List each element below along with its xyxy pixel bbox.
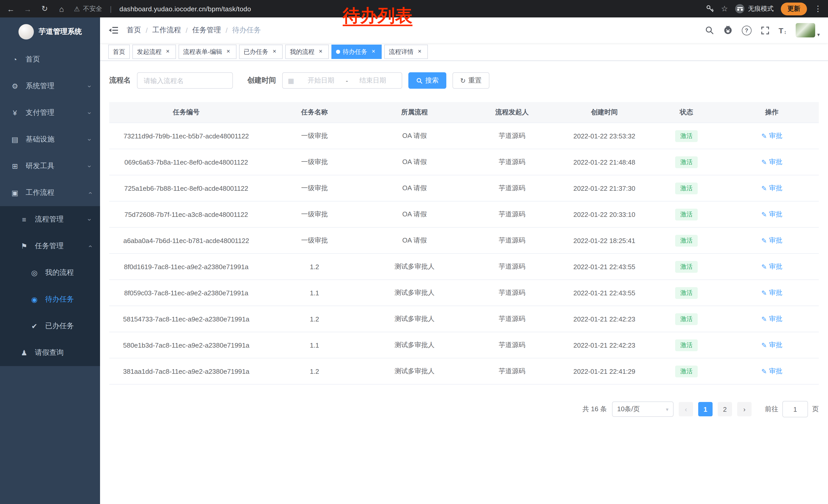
sidebar-item-task-management[interactable]: ⚑ 任务管理 ›: [0, 233, 100, 260]
sidebar-menu: ◔ 首页 ⚙ 系统管理 › ¥ 支付管理 › ▤ 基础设施 ›: [0, 46, 100, 504]
cell-initiator: 芋道源码: [463, 254, 561, 280]
security-indicator[interactable]: ⚠ 不安全: [74, 4, 102, 13]
app-logo-row[interactable]: 芋道管理系统: [0, 17, 100, 46]
close-icon[interactable]: ×: [317, 48, 324, 55]
table-row: 725a1eb6-7b88-11ec-8ef0-acde48001122 一级审…: [109, 175, 819, 201]
next-page-button[interactable]: ›: [737, 402, 752, 416]
search-icon[interactable]: [705, 26, 714, 35]
tab-home[interactable]: 首页: [108, 45, 130, 59]
tab-done-tasks[interactable]: 已办任务 ×: [239, 45, 283, 59]
tab-todo-tasks[interactable]: 待办任务 ×: [331, 45, 382, 59]
cell-initiator: 芋道源码: [463, 280, 561, 306]
reload-icon[interactable]: ↻: [40, 4, 49, 13]
bookmark-star-icon[interactable]: ☆: [721, 4, 728, 13]
sidebar-item-label: 已办任务: [45, 321, 74, 331]
tab-my-process[interactable]: 我的流程 ×: [285, 45, 329, 59]
forward-icon[interactable]: →: [23, 4, 32, 13]
sidebar-item-label: 流程管理: [35, 215, 64, 224]
incognito-label: 无痕模式: [748, 4, 774, 13]
tab-process-detail[interactable]: 流程详情 ×: [384, 45, 428, 59]
close-icon[interactable]: ×: [370, 48, 377, 55]
update-button[interactable]: 更新: [781, 2, 807, 15]
browser-chrome: ← → ↻ ⌂ ⚠ 不安全 | dashboard.yudao.iocoder.…: [0, 0, 828, 17]
cell-task-name: 1.2: [263, 254, 366, 280]
chevron-down-icon: ›: [86, 85, 94, 87]
table-row: 75d72608-7b7f-11ec-a3c8-acde48001122 一级审…: [109, 201, 819, 227]
close-icon[interactable]: ×: [271, 48, 278, 55]
approve-link[interactable]: ✎审批: [761, 236, 782, 245]
edit-icon: ✎: [761, 237, 767, 244]
tab-form-edit[interactable]: 流程表单-编辑 ×: [178, 45, 237, 59]
sidebar-item-infrastructure[interactable]: ▤ 基础设施 ›: [0, 126, 100, 153]
breadcrumb-workflow[interactable]: 工作流程: [152, 26, 181, 35]
approve-link[interactable]: ✎审批: [761, 288, 782, 297]
close-icon[interactable]: ×: [164, 48, 171, 55]
home-icon[interactable]: ⌂: [57, 4, 66, 13]
approve-link[interactable]: ✎审批: [761, 262, 782, 271]
tab-label: 发起流程: [137, 47, 162, 56]
status-badge: 激活: [675, 287, 698, 299]
calendar-icon: ▦: [288, 77, 294, 84]
flag-icon: ⚑: [19, 242, 29, 250]
breadcrumb-separator: /: [146, 26, 148, 34]
approve-label: 审批: [769, 288, 782, 297]
close-icon[interactable]: ×: [416, 48, 423, 55]
approve-link[interactable]: ✎审批: [761, 340, 782, 350]
page-content: 流程名 创建时间 ▦ 开始日期 - 结束日期: [100, 61, 828, 504]
user-menu[interactable]: ▾: [796, 23, 820, 37]
sidebar-item-my-process[interactable]: ◎ 我的流程: [0, 260, 100, 286]
cell-task-name: 一级审批: [263, 149, 366, 175]
pagination-total: 共 16 条: [583, 405, 607, 414]
tab-label: 流程详情: [389, 47, 413, 56]
search-button[interactable]: 搜索: [408, 72, 446, 89]
approve-link[interactable]: ✎审批: [761, 184, 782, 193]
goto-suffix: 页: [812, 405, 819, 414]
breadcrumb-task-management[interactable]: 任务管理: [192, 26, 221, 35]
sidebar-item-system[interactable]: ⚙ 系统管理 ›: [0, 73, 100, 99]
sidebar-item-devtools[interactable]: ⊞ 研发工具 ›: [0, 153, 100, 179]
sidebar-item-home[interactable]: ◔ 首页: [0, 46, 100, 73]
sidebar-item-process-management[interactable]: ≡ 流程管理 ›: [0, 206, 100, 233]
sidebar-item-todo-tasks[interactable]: ◉ 待办任务: [0, 286, 100, 313]
close-icon[interactable]: ×: [225, 48, 232, 55]
help-icon[interactable]: ?: [742, 26, 752, 35]
cell-created: 2022-01-22 18:25:41: [561, 227, 648, 254]
tab-start-process[interactable]: 发起流程 ×: [132, 45, 176, 59]
sidebar-item-label: 任务管理: [35, 241, 64, 251]
cell-created: 2022-01-22 21:48:48: [561, 149, 648, 175]
sidebar-item-workflow[interactable]: ▣ 工作流程 ›: [0, 179, 100, 206]
address-bar[interactable]: dashboard.yudao.iocoder.cn/bpm/task/todo: [120, 5, 251, 12]
browser-menu-icon[interactable]: ⋮: [814, 4, 822, 13]
status-badge: 激活: [675, 156, 698, 168]
prev-page-button[interactable]: ‹: [679, 402, 693, 416]
password-key-icon[interactable]: [706, 5, 714, 13]
cell-initiator: 芋道源码: [463, 358, 561, 384]
approve-link[interactable]: ✎审批: [761, 131, 782, 140]
approve-link[interactable]: ✎审批: [761, 210, 782, 219]
reset-button[interactable]: ↻ 重置: [452, 72, 489, 89]
sidebar-item-leave-query[interactable]: ♟ 请假查询: [0, 339, 100, 366]
fullscreen-icon[interactable]: [761, 26, 770, 35]
approve-link[interactable]: ✎审批: [761, 314, 782, 324]
process-name-input[interactable]: [142, 76, 227, 85]
back-icon[interactable]: ←: [6, 4, 15, 13]
status-badge: 激活: [675, 235, 698, 246]
tab-label: 待办任务: [343, 47, 367, 56]
date-range-picker[interactable]: ▦ 开始日期 - 结束日期: [282, 72, 402, 89]
breadcrumb-home[interactable]: 首页: [127, 26, 141, 35]
approve-link[interactable]: ✎审批: [761, 367, 782, 376]
page-size-select[interactable]: 10条/页 ▾: [612, 402, 673, 417]
page-button-1[interactable]: 1: [698, 402, 713, 416]
cell-initiator: 芋道源码: [463, 149, 561, 175]
sidebar-item-done-tasks[interactable]: ✔ 已办任务: [0, 313, 100, 339]
github-icon[interactable]: [723, 26, 733, 35]
approve-link[interactable]: ✎审批: [761, 157, 782, 167]
sidebar-item-payment[interactable]: ¥ 支付管理 ›: [0, 99, 100, 126]
page-button-2[interactable]: 2: [718, 402, 732, 416]
sidebar-item-label: 基础设施: [26, 135, 54, 144]
cell-initiator: 芋道源码: [463, 227, 561, 254]
sidebar-toggle-icon[interactable]: [108, 26, 119, 35]
goto-page-input[interactable]: [782, 401, 808, 417]
font-size-icon[interactable]: T↕: [779, 26, 786, 35]
infrastructure-icon: ▤: [10, 135, 19, 144]
